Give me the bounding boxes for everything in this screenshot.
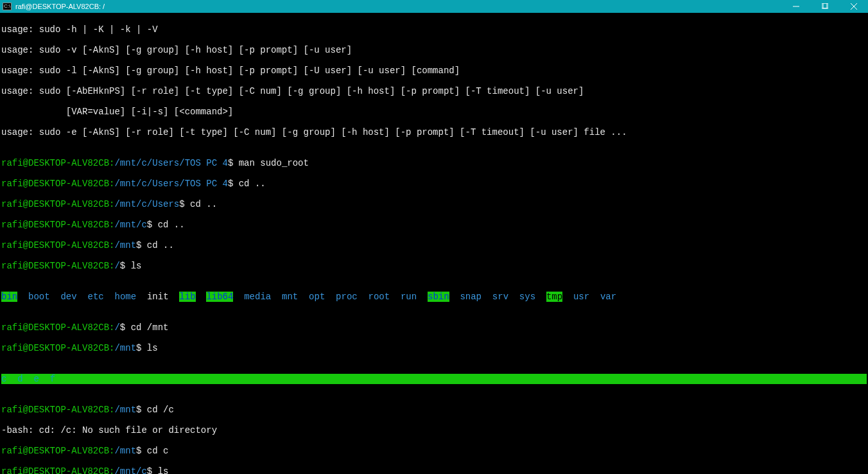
error-line: -bash: cd: /c: No such file or directory — [1, 425, 867, 435]
prompt-line: rafi@DESKTOP-ALV82CB:/$ ls — [1, 261, 867, 271]
window-title: rafi@DESKTOP-ALV82CB: / — [15, 1, 105, 12]
minimize-icon — [793, 3, 799, 10]
app-icon: C:\ — [3, 3, 12, 10]
usage-line: usage: sudo -l [-AknS] [-g group] [-h ho… — [1, 66, 867, 76]
mnt-ls-output: c d e f — [1, 374, 867, 384]
prompt-line: rafi@DESKTOP-ALV82CB:/mnt$ cd c — [1, 446, 867, 456]
prompt-line: rafi@DESKTOP-ALV82CB:/mnt$ ls — [1, 343, 867, 353]
usage-line: usage: sudo -e [-AknS] [-r role] [-t typ… — [1, 127, 867, 137]
prompt-line: rafi@DESKTOP-ALV82CB:/mnt/c$ cd .. — [1, 220, 867, 230]
maximize-icon — [822, 3, 828, 10]
prompt-line: rafi@DESKTOP-ALV82CB:/mnt$ cd .. — [1, 240, 867, 250]
minimize-button[interactable] — [781, 0, 810, 13]
prompt-line: rafi@DESKTOP-ALV82CB:/mnt/c/Users/TOS PC… — [1, 158, 867, 168]
usage-line: usage: sudo -h | -K | -k | -V — [1, 24, 867, 35]
root-ls-output: bin boot dev etc home init lib lib64 med… — [1, 292, 867, 302]
terminal[interactable]: usage: sudo -h | -K | -k | -V usage: sud… — [0, 13, 868, 474]
window-title-bar: C:\ rafi@DESKTOP-ALV82CB: / — [0, 0, 868, 13]
svg-rect-2 — [823, 3, 828, 8]
prompt-line: rafi@DESKTOP-ALV82CB:/mnt/c/Users/TOS PC… — [1, 179, 867, 189]
usage-line: [VAR=value] [-i|-s] [<command>] — [1, 107, 867, 117]
prompt-line: rafi@DESKTOP-ALV82CB:/mnt/c$ ls — [1, 466, 867, 474]
maximize-button[interactable] — [810, 0, 839, 13]
close-button[interactable] — [839, 0, 868, 13]
svg-rect-1 — [822, 3, 827, 8]
close-icon — [851, 3, 857, 10]
usage-line: usage: sudo -v [-AknS] [-g group] [-h ho… — [1, 45, 867, 55]
usage-line: usage: sudo [-AbEHknPS] [-r role] [-t ty… — [1, 86, 867, 96]
prompt-line: rafi@DESKTOP-ALV82CB:/mnt$ cd /c — [1, 405, 867, 415]
prompt-line: rafi@DESKTOP-ALV82CB:/$ cd /mnt — [1, 322, 867, 333]
prompt-line: rafi@DESKTOP-ALV82CB:/mnt/c/Users$ cd .. — [1, 199, 867, 209]
